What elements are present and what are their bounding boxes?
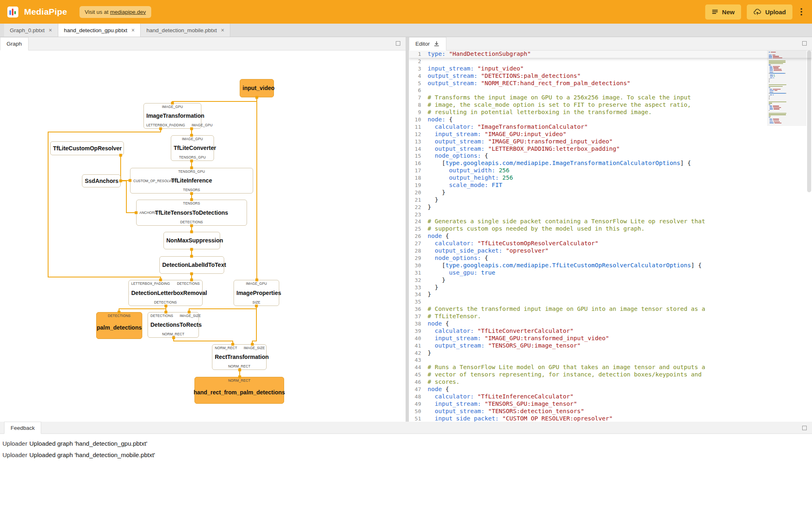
code-line[interactable]: 30 [type.googleapis.com/mediapipe.TfLite… — [409, 262, 812, 269]
code-line[interactable]: 35 — [409, 298, 812, 306]
graph-node-image-transformation[interactable]: IMAGE_GPU ImageTransformation LETTERBOX_… — [143, 103, 201, 129]
graph-node-input-video[interactable]: input_video — [240, 79, 274, 97]
graph-node-ssd-anchors[interactable]: SsdAnchors — [82, 174, 121, 187]
code-line[interactable]: 37# TfLiteTensor. — [409, 313, 812, 320]
graph-node-detection-letterbox-removal[interactable]: LETTERBOX_PADDING DETECTIONS DetectionLe… — [128, 280, 203, 306]
code-line[interactable]: 10node: { — [409, 116, 812, 123]
graph-node-rect-transformation[interactable]: NORM_RECT IMAGE_SIZE RectTransformation … — [212, 344, 267, 370]
port-label: ANCHORS — [139, 211, 157, 215]
graph-node-tflite-inference[interactable]: TENSORS_GPU CUSTOM_OP_RESOLVER TfLiteInf… — [130, 168, 253, 194]
code-line[interactable]: 29 node_options: { — [409, 255, 812, 262]
code-line[interactable]: 38node { — [409, 320, 812, 328]
tab-hand-detection-mobile-pbtxt[interactable]: hand_detection_mobile.pbtxt × — [141, 24, 230, 37]
code-line[interactable]: 48 calculator: "TfLiteInferenceCalculato… — [409, 393, 812, 400]
code-line[interactable]: 20 } — [409, 189, 812, 196]
tab-graph-view[interactable]: Graph — [0, 37, 29, 51]
code-line[interactable]: 5output_stream: "NORM_RECT:hand_rect_fro… — [409, 80, 812, 87]
code-line[interactable]: 51 input_side_packet: "CUSTOM_OP_RESOLVE… — [409, 415, 812, 422]
code-line[interactable]: 4output_stream: "DETECTIONS:palm_detecti… — [409, 73, 812, 80]
code-line[interactable]: 31 use_gpu: true — [409, 269, 812, 277]
kebab-menu-icon[interactable] — [798, 6, 805, 18]
port-label: DETECTIONS — [154, 300, 177, 304]
code-line[interactable]: 18 output_height: 256 — [409, 174, 812, 182]
code-line[interactable]: 26node { — [409, 233, 812, 240]
code-line[interactable]: 11 calculator: "ImageTransformationCalcu… — [409, 123, 812, 131]
popout-icon[interactable] — [396, 41, 400, 46]
scrollbar-thumb[interactable] — [807, 51, 811, 192]
code-line[interactable]: 46# scores. — [409, 378, 812, 386]
download-icon[interactable] — [433, 41, 440, 47]
close-icon[interactable]: × — [221, 27, 224, 33]
code-line[interactable]: 3input_stream: "input_video" — [409, 65, 812, 73]
code-line[interactable]: 45# vector of tensors representing, for … — [409, 371, 812, 378]
graph-node-detections-to-rects[interactable]: DETECTIONS IMAGE_SIZE DetectionsToRects … — [148, 312, 199, 338]
code-line[interactable]: 42} — [409, 350, 812, 357]
close-icon[interactable]: × — [131, 27, 135, 33]
code-line[interactable]: 32 } — [409, 277, 812, 284]
code-line[interactable]: 13 output_stream: "IMAGE_GPU:transformed… — [409, 138, 812, 145]
graph-node-tflite-custom-op-resolver[interactable]: TfLiteCustomOpResolver — [50, 141, 124, 155]
code-editor[interactable]: 1type: "HandDetectionSubgraph"23input_st… — [409, 51, 812, 422]
code-line[interactable]: 25# supports custom ops needed by the mo… — [409, 225, 812, 233]
code-line[interactable]: 47node { — [409, 386, 812, 393]
code-line[interactable]: 24# Generates a single side packet conta… — [409, 218, 812, 225]
code-line[interactable]: 49 input_stream: "TENSORS_GPU:image_tens… — [409, 400, 812, 408]
tab-label: Graph_0.pbtxt — [10, 27, 45, 33]
graph-node-palm-detections[interactable]: DETECTIONS palm_detections — [96, 312, 142, 339]
code-line[interactable]: 28 output_side_packet: "opresolver" — [409, 247, 812, 255]
code-lines[interactable]: 1type: "HandDetectionSubgraph"23input_st… — [409, 51, 812, 422]
code-line[interactable]: 8# image, the scale_mode option is set t… — [409, 101, 812, 109]
port-label: IMAGE_GPU — [246, 282, 267, 286]
port-label: LETTERBOX_PADDING — [146, 123, 185, 127]
close-icon[interactable]: × — [49, 27, 52, 33]
code-line[interactable]: 27 calculator: "TfLiteCustomOpResolverCa… — [409, 240, 812, 247]
mediapipe-dev-link[interactable]: mediapipe.dev — [110, 9, 146, 15]
code-line[interactable]: 1type: "HandDetectionSubgraph" — [409, 51, 812, 58]
graph-node-hand-rect-from-palm-detections[interactable]: NORM_RECT hand_rect_from_palm_detections — [194, 377, 284, 404]
graph-node-non-max-suppression[interactable]: NonMaxSuppression — [163, 232, 220, 249]
code-line[interactable]: 6 — [409, 87, 812, 94]
code-line[interactable]: 9# resulting in potential letterboxing i… — [409, 109, 812, 116]
editor-tab-label: Editor — [415, 41, 430, 47]
new-button[interactable]: New — [705, 4, 741, 20]
graph-node-detection-label-id-to-text[interactable]: DetectionLabelIdToText — [159, 256, 224, 274]
graph-node-tflite-converter[interactable]: IMAGE_GPU TfLiteConverter TENSORS_GPU — [171, 135, 214, 161]
code-line[interactable]: 44# Runs a TensorFlow Lite model on GPU … — [409, 364, 812, 371]
code-line[interactable]: 43 — [409, 356, 812, 364]
code-line[interactable]: 36# Converts the transformed input image… — [409, 306, 812, 313]
code-line[interactable]: 23 — [409, 211, 812, 218]
tab-feedback[interactable]: Feedback — [4, 422, 41, 434]
code-line[interactable]: 7# Transforms the input image on GPU to … — [409, 94, 812, 101]
graph-node-tflite-tensors-to-detections[interactable]: TENSORS ANCHORS TfLiteTensorsToDetection… — [136, 200, 247, 226]
code-line[interactable]: 39 calculator: "TfLiteConverterCalculato… — [409, 328, 812, 335]
tab-hand-detection-gpu-pbtxt[interactable]: hand_detection_gpu.pbtxt × — [58, 24, 141, 37]
graph-node-image-properties[interactable]: IMAGE_GPU ImageProperties SIZE — [234, 280, 279, 306]
code-line[interactable]: 15 node_options: { — [409, 152, 812, 160]
code-line[interactable]: 41 output_stream: "TENSORS_GPU:image_ten… — [409, 342, 812, 350]
tab-graph-0-pbtxt[interactable]: Graph_0.pbtxt × — [4, 24, 58, 37]
code-line[interactable]: 21 } — [409, 196, 812, 204]
popout-icon[interactable] — [802, 41, 807, 46]
code-line[interactable]: 40 input_stream: "IMAGE_GPU:transformed_… — [409, 335, 812, 342]
code-line[interactable]: 33 } — [409, 284, 812, 291]
code-line[interactable]: 19 scale_mode: FIT — [409, 182, 812, 189]
code-line[interactable]: 12 input_stream: "IMAGE_GPU:input_video" — [409, 131, 812, 138]
feedback-message: Uploaded graph 'hand_detection_gpu.pbtxt… — [29, 440, 147, 447]
tab-editor[interactable]: Editor — [409, 37, 446, 51]
popout-icon[interactable] — [802, 426, 807, 430]
code-line[interactable]: 17 output_width: 256 — [409, 167, 812, 174]
code-line[interactable]: 22} — [409, 204, 812, 211]
graph-canvas[interactable]: input_video IMAGE_GPU ImageTransformatio… — [0, 51, 406, 422]
minimap[interactable] — [769, 52, 805, 124]
editor-scrollbar[interactable] — [806, 51, 812, 422]
code-line[interactable]: 2 — [409, 58, 812, 65]
code-line[interactable]: 50 output_stream: "TENSORS:detection_ten… — [409, 408, 812, 415]
code-line[interactable]: 14 output_stream: "LETTERBOX_PADDING:let… — [409, 145, 812, 153]
app-header: MediaPipe Visit us at mediapipe.dev New … — [0, 0, 812, 24]
upload-button[interactable]: Upload — [747, 4, 792, 20]
code-line[interactable]: 16 [type.googleapis.com/mediapipe.ImageT… — [409, 160, 812, 167]
code-line[interactable]: 34} — [409, 291, 812, 298]
graph-panel: Graph input_video IMAGE_GPU ImageTransfo… — [0, 37, 406, 422]
feedback-panel-strip: Feedback — [0, 422, 812, 434]
graph-panel-strip: Graph — [0, 37, 406, 51]
